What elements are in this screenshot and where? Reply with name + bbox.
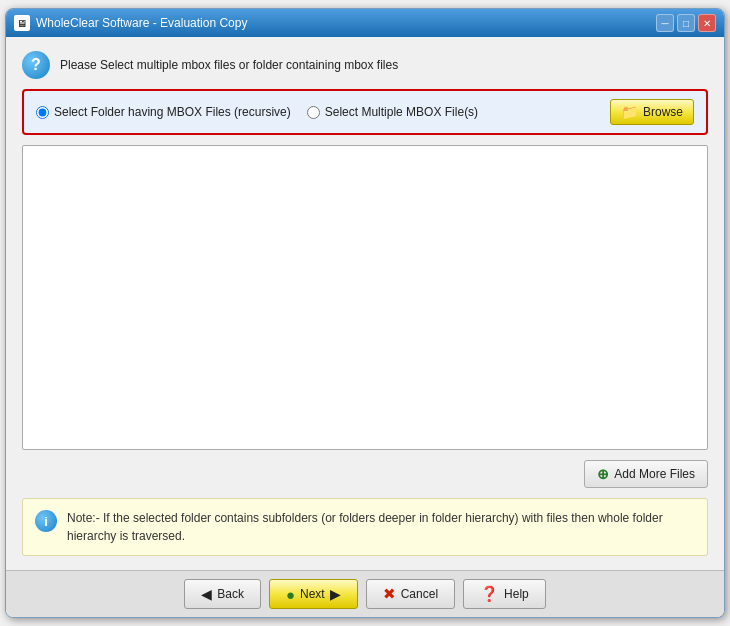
header-description: Please Select multiple mbox files or fol… xyxy=(60,58,398,72)
content-area: ? Please Select multiple mbox files or f… xyxy=(6,37,724,570)
note-box: i Note:- If the selected folder contains… xyxy=(22,498,708,556)
radio-files-label: Select Multiple MBOX File(s) xyxy=(325,105,478,119)
next-label: Next xyxy=(300,587,325,601)
window-controls: ─ □ ✕ xyxy=(656,14,716,32)
footer: ◀ Back ● Next ▶ ✖ Cancel ❓ Help xyxy=(6,570,724,617)
app-icon: 🖥 xyxy=(14,15,30,31)
title-bar: 🖥 WholeClear Software - Evaluation Copy … xyxy=(6,9,724,37)
radio-folder-option[interactable]: Select Folder having MBOX Files (recursi… xyxy=(36,105,291,119)
note-text: Note:- If the selected folder contains s… xyxy=(67,509,695,545)
add-more-icon: ⊕ xyxy=(597,466,609,482)
next-button[interactable]: ● Next ▶ xyxy=(269,579,358,609)
radio-files-option[interactable]: Select Multiple MBOX File(s) xyxy=(307,105,478,119)
radio-folder-label: Select Folder having MBOX Files (recursi… xyxy=(54,105,291,119)
selection-box: Select Folder having MBOX Files (recursi… xyxy=(22,89,708,135)
back-label: Back xyxy=(217,587,244,601)
help-label: Help xyxy=(504,587,529,601)
maximize-button[interactable]: □ xyxy=(677,14,695,32)
cancel-icon: ✖ xyxy=(383,585,396,603)
title-bar-left: 🖥 WholeClear Software - Evaluation Copy xyxy=(14,15,247,31)
browse-button[interactable]: 📁 Browse xyxy=(610,99,694,125)
next-circle-icon: ● xyxy=(286,586,295,603)
radio-folder-input[interactable] xyxy=(36,106,49,119)
browse-label: Browse xyxy=(643,105,683,119)
question-icon: ? xyxy=(22,51,50,79)
cancel-label: Cancel xyxy=(401,587,438,601)
info-icon: i xyxy=(35,510,57,532)
browse-icon: 📁 xyxy=(621,104,638,120)
file-list-area xyxy=(22,145,708,450)
cancel-button[interactable]: ✖ Cancel xyxy=(366,579,455,609)
help-button[interactable]: ❓ Help xyxy=(463,579,546,609)
back-arrow-icon: ◀ xyxy=(201,586,212,602)
radio-files-input[interactable] xyxy=(307,106,320,119)
help-icon: ❓ xyxy=(480,585,499,603)
add-more-label: Add More Files xyxy=(614,467,695,481)
header-row: ? Please Select multiple mbox files or f… xyxy=(22,51,708,79)
add-more-files-button[interactable]: ⊕ Add More Files xyxy=(584,460,708,488)
minimize-button[interactable]: ─ xyxy=(656,14,674,32)
back-button[interactable]: ◀ Back xyxy=(184,579,261,609)
close-button[interactable]: ✕ xyxy=(698,14,716,32)
add-more-row: ⊕ Add More Files xyxy=(22,460,708,488)
window-title: WholeClear Software - Evaluation Copy xyxy=(36,16,247,30)
main-window: 🖥 WholeClear Software - Evaluation Copy … xyxy=(5,8,725,618)
next-arrow-icon: ▶ xyxy=(330,586,341,602)
